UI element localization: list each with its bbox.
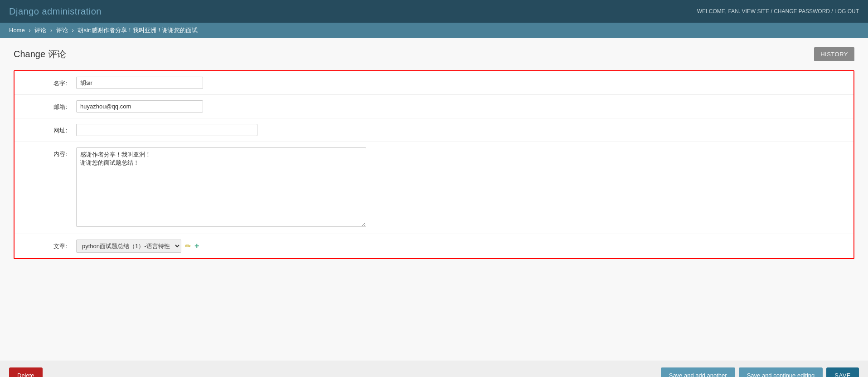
content-textarea[interactable]: 感谢作者分享！我叫亚洲！ 谢谢您的面试题总结！ [76, 147, 366, 227]
form-row-content: 内容: 感谢作者分享！我叫亚洲！ 谢谢您的面试题总结！ [15, 142, 853, 234]
delete-button[interactable]: Delete [9, 367, 43, 377]
breadcrumb-home[interactable]: Home [9, 27, 25, 34]
site-name: Django administration [9, 6, 102, 17]
article-select-group: python面试题总结（1）-语言特性 ✏ + [76, 240, 846, 253]
input-name-wrapper [76, 77, 846, 89]
breadcrumb-model1[interactable]: 评论 [34, 27, 46, 34]
input-content-wrapper: 感谢作者分享！我叫亚洲！ 谢谢您的面试题总结！ [76, 147, 846, 228]
admin-header: Django administration WELCOME, FAN. VIEW… [0, 0, 868, 23]
label-name: 名字: [22, 77, 76, 88]
welcome-text: WELCOME, FAN. [697, 8, 740, 15]
user-info: WELCOME, FAN. VIEW SITE / CHANGE PASSWOR… [697, 8, 859, 15]
url-input[interactable] [76, 124, 257, 136]
article-select[interactable]: python面试题总结（1）-语言特性 [76, 240, 181, 253]
save-add-button[interactable]: Save and add another [661, 367, 735, 377]
breadcrumb-model2[interactable]: 评论 [56, 27, 68, 34]
action-buttons: Save and add another Save and continue e… [661, 367, 859, 377]
label-article: 文章: [22, 240, 76, 250]
content-main: Change 评论 HISTORY 名字: 邮箱: 网址: 内容: [0, 38, 868, 361]
footer: Delete Save and add another Save and con… [0, 361, 868, 377]
breadcrumb-current: 胡sir:感谢作者分享！我叫亚洲！谢谢您的面试 [78, 27, 197, 34]
change-form: 名字: 邮箱: 网址: 内容: 感谢作者分享！我叫亚洲！ 谢谢您的面试题总结！ [14, 70, 854, 259]
edit-article-icon[interactable]: ✏ [185, 242, 191, 250]
form-row-url: 网址: [15, 118, 853, 142]
input-url-wrapper [76, 124, 846, 136]
name-input[interactable] [76, 77, 203, 89]
content-title-row: Change 评论 HISTORY [14, 47, 854, 61]
breadcrumb: Home › 评论 › 评论 › 胡sir:感谢作者分享！我叫亚洲！谢谢您的面试 [0, 23, 868, 38]
label-url: 网址: [22, 124, 76, 135]
input-article-wrapper: python面试题总结（1）-语言特性 ✏ + [76, 240, 846, 253]
form-row-email: 邮箱: [15, 95, 853, 118]
label-content: 内容: [22, 147, 76, 158]
history-button[interactable]: HISTORY [814, 47, 854, 61]
form-row-article: 文章: python面试题总结（1）-语言特性 ✏ + [15, 234, 853, 258]
log-out-link[interactable]: LOG OUT [834, 8, 859, 15]
save-button[interactable]: SAVE [826, 367, 859, 377]
form-row-name: 名字: [15, 71, 853, 95]
label-email: 邮箱: [22, 100, 76, 111]
view-site-link[interactable]: VIEW SITE [742, 8, 769, 15]
change-password-link[interactable]: CHANGE PASSWORD [774, 8, 830, 15]
email-input[interactable] [76, 100, 203, 113]
input-email-wrapper [76, 100, 846, 113]
save-continue-button[interactable]: Save and continue editing [739, 367, 823, 377]
add-article-icon[interactable]: + [194, 241, 199, 251]
page-title: Change 评论 [14, 48, 66, 60]
